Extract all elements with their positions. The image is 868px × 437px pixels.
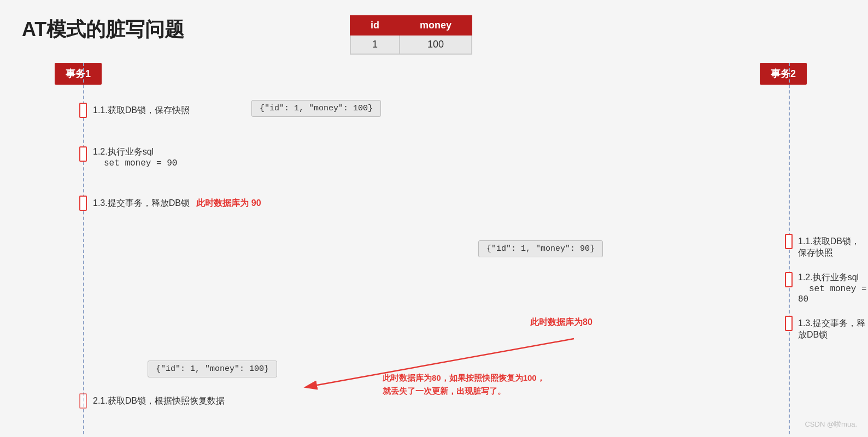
page-title: AT模式的脏写问题 — [22, 16, 184, 43]
tx2-step2-text: 1.2.执行业务sql set money = 80 — [798, 272, 868, 304]
tx2-label: 事务2 — [760, 63, 807, 85]
tx1-timeline — [83, 63, 84, 434]
tx2-step3-text: 1.3.提交事务，释放DB锁 — [798, 318, 868, 341]
tx1-db-value: 此时数据库为 90 — [196, 198, 261, 208]
tx1-step3-text: 1.3.提交事务，释放DB锁 此时数据库为 90 — [93, 198, 261, 209]
tx1-step2-marker — [79, 146, 87, 162]
tx2-step2-sql: set money = 80 — [798, 284, 867, 304]
db-cell-money: 100 — [400, 35, 472, 54]
tx1-snapshot-box: {"id": 1, "money": 100} — [251, 100, 381, 117]
tx2-step3-marker — [785, 316, 793, 331]
tx2-step1-text: 1.1.获取DB锁，保存快照 — [798, 236, 868, 259]
tx2-db-value: 此时数据库为80 — [530, 317, 593, 328]
tx1-rollback-marker — [79, 393, 87, 409]
tx1-rollback-snapshot: {"id": 1, "money": 100} — [148, 361, 277, 377]
tx1-step1-marker — [79, 103, 87, 118]
db-col-money: money — [400, 16, 472, 35]
watermark: CSDN @啦mua. — [805, 420, 857, 429]
tx2-step1-marker — [785, 234, 793, 249]
tx2-snapshot-box: {"id": 1, "money": 90} — [478, 240, 603, 257]
db-table: id money 1 100 — [350, 15, 472, 55]
tx1-label: 事务1 — [55, 63, 102, 85]
tx2-step2-marker — [785, 272, 793, 287]
rollback-annotation: 此时数据库为80，如果按照快照恢复为100， 就丢失了一次更新，出现脏写了。 — [383, 371, 545, 398]
tx1-step2-sql: set money = 90 — [104, 158, 177, 168]
tx1-rollback-text: 2.1.获取DB锁，根据快照恢复数据 — [93, 395, 225, 407]
tx1-step3-marker — [79, 196, 87, 211]
db-col-id: id — [350, 16, 400, 35]
db-cell-id: 1 — [350, 35, 400, 54]
tx1-step2-text: 1.2.执行业务sql set money = 90 — [93, 146, 177, 168]
tx1-step1-text: 1.1.获取DB锁，保存快照 — [93, 105, 190, 116]
